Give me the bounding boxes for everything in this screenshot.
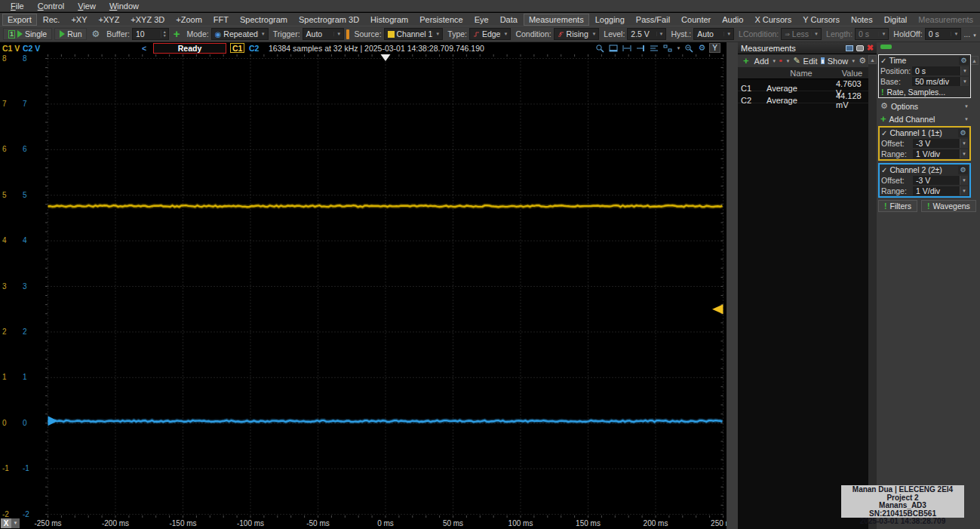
c2-status-badge[interactable]: C2 xyxy=(249,44,259,53)
add-acquisition-button[interactable]: + xyxy=(171,29,183,38)
remove-measurement-icon[interactable] xyxy=(779,60,782,62)
view-button-fft[interactable]: FFT xyxy=(208,14,234,26)
c1-status-badge[interactable]: C1 xyxy=(230,43,244,53)
channel1-enabled-checkbox[interactable]: ✓ xyxy=(881,129,887,137)
mode-dropdown[interactable]: ◉ Repeated ▼ xyxy=(211,28,269,40)
show-button[interactable]: Show xyxy=(828,57,849,66)
single-button[interactable]: 1 Single xyxy=(3,28,52,40)
toolbar-overflow-button[interactable]: ... ▼ xyxy=(963,29,977,38)
channel2-enabled-checkbox[interactable]: ✓ xyxy=(881,166,887,174)
x-axis-button[interactable]: X xyxy=(1,518,11,528)
view-button-y-cursors[interactable]: Y Cursors xyxy=(797,14,845,26)
measurements-gear-icon[interactable]: ⚙ xyxy=(859,56,866,66)
channel2-range-caret-icon[interactable]: ▼ xyxy=(960,186,968,195)
channel1-offset-caret-icon[interactable]: ▼ xyxy=(960,139,968,148)
view-button--zoom[interactable]: +Zoom xyxy=(171,14,207,26)
view-button-export[interactable]: Export xyxy=(2,14,37,26)
time-settings-gear-icon[interactable]: ⚙ xyxy=(959,57,969,65)
filters-button[interactable]: ! Filters xyxy=(878,200,917,212)
plot-area[interactable] xyxy=(45,54,727,518)
base-field[interactable]: 50 ms/div xyxy=(912,77,960,86)
view-button--xy[interactable]: +XY xyxy=(66,14,92,26)
rate-samples-button[interactable]: ! Rate, Samples... xyxy=(879,87,970,97)
measurements-scrollbar[interactable]: ▲ xyxy=(868,55,877,529)
close-icon[interactable]: ✖ xyxy=(867,43,874,53)
view-button-counter[interactable]: Counter xyxy=(676,14,716,26)
add-measurement-icon[interactable]: + xyxy=(741,57,751,66)
type-dropdown[interactable]: Edge ▼ xyxy=(469,28,511,40)
channel2-offset-caret-icon[interactable]: ▼ xyxy=(960,176,968,185)
level-combo[interactable]: 2.5 V ▼ xyxy=(627,28,666,40)
channel1-settings-gear-icon[interactable]: ⚙ xyxy=(958,129,968,137)
scroll-up-icon[interactable]: ▲ xyxy=(868,55,877,64)
view-button-spectrogram-3d[interactable]: Spectrogram 3D xyxy=(293,14,364,26)
scan-gear-icon[interactable]: ⚙ xyxy=(89,29,102,39)
config-scroll-up-icon[interactable]: ▲ xyxy=(970,56,978,65)
trigger-position-marker[interactable] xyxy=(381,54,391,61)
view-button--xyz[interactable]: +XYZ xyxy=(94,14,125,26)
add-channel-caret-icon[interactable]: ▼ xyxy=(964,117,969,121)
channel2-range-field[interactable]: 1 V/div xyxy=(913,186,960,195)
channel1-range-caret-icon[interactable]: ▼ xyxy=(960,149,968,158)
buffer-spinner[interactable]: ▲▼ xyxy=(161,30,168,38)
trigger-dropdown[interactable]: Auto ▼ xyxy=(303,28,345,40)
add-channel-button[interactable]: + Add Channel ▼ xyxy=(878,113,971,125)
menu-window[interactable]: Window xyxy=(103,2,145,11)
fit-width-icon[interactable] xyxy=(622,44,632,53)
add-measurement-button[interactable]: Add xyxy=(754,57,770,66)
magnify-region-icon[interactable] xyxy=(684,44,694,53)
dock-window-icon[interactable] xyxy=(856,45,864,51)
run-button[interactable]: Run xyxy=(54,28,87,40)
view-button-eye[interactable]: Eye xyxy=(469,14,494,26)
float-window-icon[interactable] xyxy=(846,45,853,51)
position-field[interactable]: 0 s xyxy=(912,66,960,75)
menu-control[interactable]: Control xyxy=(32,2,70,11)
view-button-data[interactable]: Data xyxy=(495,14,523,26)
column-header[interactable]: Name xyxy=(766,69,836,78)
view-button-audio[interactable]: Audio xyxy=(717,14,748,26)
options-button[interactable]: ⚙ Options ▼ xyxy=(878,100,971,112)
view-button-x-cursors[interactable]: X Cursors xyxy=(749,14,797,26)
menu-view[interactable]: View xyxy=(72,2,102,11)
trigger-level-marker[interactable] xyxy=(712,304,723,314)
position-caret-icon[interactable]: ▼ xyxy=(960,66,969,75)
holdoff-combo[interactable]: 0 s ▼ xyxy=(925,28,962,40)
view-button-measurements[interactable]: Measurements xyxy=(524,14,589,26)
channel2-offset-field[interactable]: -3 V xyxy=(913,176,960,185)
edit-measurement-button[interactable]: Edit xyxy=(803,57,818,66)
zoom-menu-caret-icon[interactable]: ▼ xyxy=(677,46,681,51)
y-axis-button[interactable]: Y xyxy=(709,43,720,53)
collapse-all-button[interactable] xyxy=(880,45,892,49)
view-button--xyz-3d[interactable]: +XYZ 3D xyxy=(125,14,170,26)
view-button-persistence[interactable]: Persistence xyxy=(414,14,468,26)
source-dropdown[interactable]: Channel 1 ▼ xyxy=(384,28,444,40)
add-caret-icon[interactable]: ▼ xyxy=(772,59,776,63)
plot-settings-gear-icon[interactable]: ⚙ xyxy=(698,43,705,53)
hysteresis-combo[interactable]: Auto ▼ xyxy=(693,28,734,40)
view-button-digital[interactable]: Digital xyxy=(879,14,913,26)
channel2-offset-marker[interactable] xyxy=(48,416,58,426)
channel1-offset-field[interactable]: -3 V xyxy=(913,139,960,148)
view-button-logging[interactable]: Logging xyxy=(590,14,630,26)
time-enabled-checkbox[interactable]: ✓ xyxy=(880,57,886,65)
c2-axis-unit-button[interactable]: C2 V xyxy=(23,44,40,53)
view-button-rec-[interactable]: Rec. xyxy=(38,14,66,26)
measurement-row[interactable]: C1Average4.7603 V xyxy=(738,79,868,91)
oscilloscope-plot[interactable] xyxy=(45,54,727,518)
collapse-left-icon[interactable]: < xyxy=(142,44,146,53)
view-button-notes[interactable]: Notes xyxy=(846,14,878,26)
grid-zoom-icon[interactable] xyxy=(663,44,673,53)
show-caret-icon[interactable]: ▼ xyxy=(851,59,856,63)
measurements-title-bar[interactable]: Measurements ✖ xyxy=(738,42,877,54)
fit-right-icon[interactable] xyxy=(636,44,646,53)
buffer-input[interactable]: 10 ▲▼ xyxy=(132,28,169,40)
channel1-range-field[interactable]: 1 V/div xyxy=(913,149,960,158)
options-caret-icon[interactable]: ▼ xyxy=(964,104,969,109)
measurement-row[interactable]: C2Average44.128 mV xyxy=(738,91,868,103)
condition-dropdown[interactable]: Rising ▼ xyxy=(554,28,600,40)
panel-splitter[interactable] xyxy=(727,42,738,529)
c1-axis-unit-button[interactable]: C1 V xyxy=(2,44,20,53)
view-button-histogram[interactable]: Histogram xyxy=(365,14,413,26)
zoom-in-icon[interactable] xyxy=(595,44,605,53)
zoom-bottom-icon[interactable] xyxy=(609,44,619,53)
